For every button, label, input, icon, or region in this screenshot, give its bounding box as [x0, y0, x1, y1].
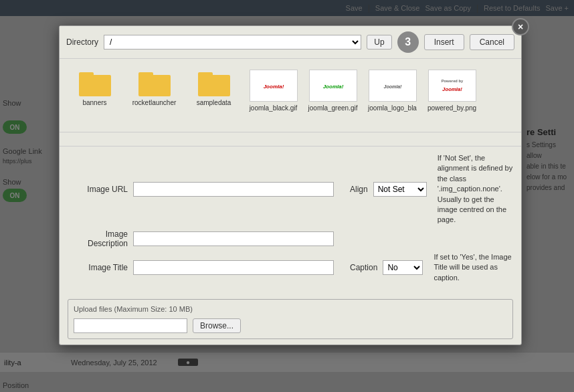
directory-bar: Directory / Up 3 Insert Cancel [60, 26, 521, 59]
file-item-banners[interactable]: banners [66, 66, 123, 125]
img-thumb-powered-by: Powered by Joomla! [428, 70, 476, 102]
image-url-input[interactable] [133, 182, 334, 197]
form-section: Image URL Align Not Set Left Center Righ… [60, 146, 521, 294]
align-label: Align [350, 185, 368, 194]
file-name-joomla-green: joomla_green.gif [308, 104, 358, 112]
up-button[interactable]: Up [367, 35, 391, 50]
file-item-sampledata[interactable]: sampledata [185, 66, 242, 125]
file-name-rocketlauncher: rocketlauncher [132, 99, 177, 106]
spacer [60, 132, 521, 146]
upload-title: Upload files (Maximum Size: 10 MB) [74, 305, 507, 313]
svg-text:Powered by: Powered by [441, 79, 463, 83]
upload-section: Upload files (Maximum Size: 10 MB) Brows… [68, 299, 513, 339]
insert-button[interactable]: Insert [424, 34, 464, 50]
file-name-sampledata: sampledata [197, 99, 231, 106]
file-name-joomla-logo: joomla_logo_bla [368, 104, 417, 112]
caption-help-text: If set to 'Yes', the Image Title will be… [428, 252, 513, 283]
directory-select[interactable]: / [104, 35, 361, 50]
svg-text:Joomla!: Joomla! [322, 84, 343, 90]
folder-icon-banners [79, 70, 111, 96]
directory-label: Directory [66, 37, 98, 47]
image-url-row: Image URL Align Not Set Left Center Righ… [68, 153, 513, 225]
image-title-label: Image Title [68, 263, 128, 272]
file-name-banners: banners [82, 99, 106, 106]
img-thumb-joomla-black: Joomla! [250, 70, 298, 102]
upload-file-input[interactable] [74, 318, 187, 333]
svg-text:Joomla!: Joomla! [263, 84, 284, 90]
image-desc-row: Image Description [68, 229, 513, 248]
upload-row: Browse... [74, 318, 507, 333]
file-item-rocketlauncher[interactable]: rocketlauncher [126, 66, 183, 125]
close-icon: × [518, 21, 523, 32]
image-title-input[interactable] [133, 260, 334, 275]
align-select[interactable]: Not Set Left Center Right [373, 182, 427, 197]
file-name-powered-by: powered_by.png [427, 104, 476, 112]
img-thumb-joomla-logo: Joomla! [369, 70, 417, 102]
step-badge: 3 [397, 31, 419, 53]
file-item-powered-by[interactable]: Powered by Joomla! powered_by.png [423, 66, 480, 125]
image-url-label: Image URL [68, 185, 128, 194]
caption-label: Caption [350, 263, 377, 272]
img-thumb-joomla-green: Joomla! [309, 70, 357, 102]
file-item-joomla-black[interactable]: Joomla! joomla_black.gif [245, 66, 302, 125]
file-browser: banners rocketlauncher sampledata Jooml [60, 59, 521, 132]
image-manager-modal: × Directory / Up 3 Insert Cancel banners [59, 25, 522, 345]
folder-icon-sampledata [198, 70, 230, 96]
file-item-joomla-green[interactable]: Joomla! joomla_green.gif [304, 66, 361, 125]
caption-select[interactable]: No Yes [383, 260, 423, 275]
cancel-button[interactable]: Cancel [470, 34, 514, 50]
svg-text:Joomla!: Joomla! [383, 84, 402, 89]
file-name-joomla-black: joomla_black.gif [250, 104, 298, 112]
step-number: 3 [405, 36, 411, 48]
file-item-joomla-logo[interactable]: Joomla! joomla_logo_bla [364, 66, 421, 125]
svg-text:Joomla!: Joomla! [442, 86, 462, 92]
folder-icon-rocketlauncher [138, 70, 171, 96]
image-desc-input[interactable] [133, 231, 334, 246]
image-title-row: Image Title Caption No Yes If set to 'Ye… [68, 252, 513, 283]
image-desc-label: Image Description [68, 229, 128, 248]
browse-button[interactable]: Browse... [193, 318, 241, 333]
align-help-text: If 'Not Set', the alignment is defined b… [432, 153, 513, 225]
close-button[interactable]: × [512, 18, 529, 35]
